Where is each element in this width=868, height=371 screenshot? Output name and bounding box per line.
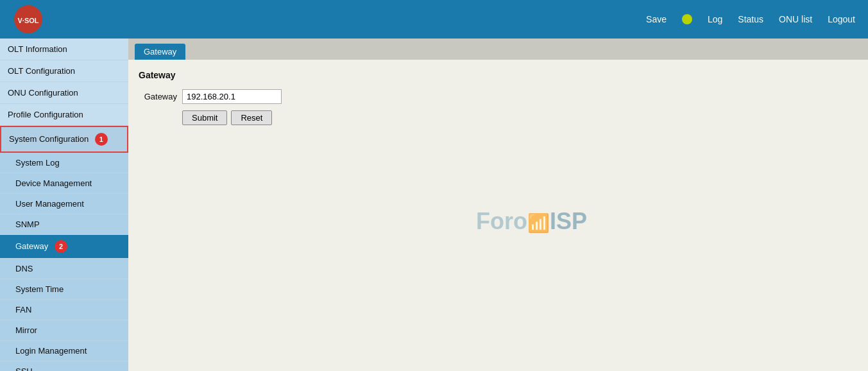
sidebar-item-fan[interactable]: FAN — [0, 300, 128, 320]
reset-button[interactable]: Reset — [231, 110, 272, 125]
tab-bar: Gateway — [128, 39, 868, 60]
gateway-input[interactable] — [182, 89, 282, 104]
sidebar-item-gateway[interactable]: Gateway 2 — [0, 235, 128, 259]
logout-button[interactable]: Logout — [828, 14, 855, 24]
sidebar-item-ssh[interactable]: SSH — [0, 361, 128, 371]
sidebar-item-login-management[interactable]: Login Management — [0, 341, 128, 361]
sidebar-item-profile-configuration[interactable]: Profile Configuration — [0, 104, 128, 126]
status-indicator — [682, 14, 692, 24]
gateway-form: Gateway Submit Reset — [139, 89, 858, 125]
sidebar-item-system-time[interactable]: System Time — [0, 279, 128, 300]
gateway-label: Gateway — [15, 241, 48, 251]
system-configuration-badge: 1 — [95, 133, 108, 146]
sidebar-item-system-configuration[interactable]: System Configuration 1 — [0, 126, 128, 153]
watermark: Foro📶ISP — [476, 208, 587, 235]
watermark-foro: Foro — [476, 208, 527, 234]
gateway-badge: 2 — [55, 240, 67, 253]
onu-list-button[interactable]: ONU list — [779, 14, 812, 24]
gateway-field-row: Gateway — [139, 89, 858, 104]
page-content: Gateway Gateway Submit Reset — [128, 60, 868, 135]
vsol-logo: V·SOL — [13, 4, 44, 35]
page-title: Gateway — [139, 70, 858, 80]
system-configuration-label: System Configuration — [9, 134, 89, 144]
sidebar-item-user-management[interactable]: User Management — [0, 194, 128, 214]
sidebar: OLT Information OLT Configuration ONU Co… — [0, 39, 128, 371]
sidebar-item-device-management[interactable]: Device Management — [0, 173, 128, 194]
main-layout: OLT Information OLT Configuration ONU Co… — [0, 39, 868, 371]
sidebar-item-system-log[interactable]: System Log — [0, 153, 128, 173]
sidebar-item-onu-configuration[interactable]: ONU Configuration — [0, 82, 128, 104]
watermark-wifi: 📶 — [527, 213, 550, 233]
logo-area: V·SOL — [13, 4, 44, 35]
content-area: Gateway Gateway Gateway Submit Reset For… — [128, 39, 868, 371]
status-button[interactable]: Status — [738, 14, 763, 24]
sidebar-item-olt-configuration[interactable]: OLT Configuration — [0, 60, 128, 82]
tab-gateway[interactable]: Gateway — [135, 44, 185, 60]
sidebar-item-dns[interactable]: DNS — [0, 259, 128, 279]
log-button[interactable]: Log — [708, 14, 722, 24]
sidebar-item-snmp[interactable]: SNMP — [0, 214, 128, 235]
sidebar-item-olt-information[interactable]: OLT Information — [0, 39, 128, 60]
submit-button[interactable]: Submit — [182, 110, 227, 125]
watermark-isp: ISP — [550, 208, 587, 234]
svg-text:V·SOL: V·SOL — [17, 17, 38, 24]
gateway-field-label: Gateway — [139, 92, 177, 101]
save-button[interactable]: Save — [646, 14, 667, 24]
button-row: Submit Reset — [182, 110, 858, 125]
header-right: Save Log Status ONU list Logout — [646, 14, 855, 24]
header: V·SOL Save Log Status ONU list Logout — [0, 0, 868, 39]
sidebar-item-mirror[interactable]: Mirror — [0, 320, 128, 341]
